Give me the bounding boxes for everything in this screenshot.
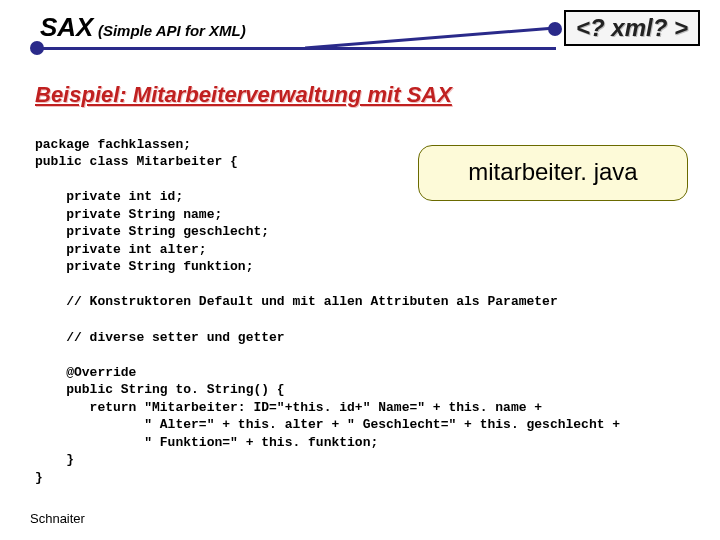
title-main: SAX [40, 12, 93, 42]
xml-badge: <? xml? > [564, 10, 700, 46]
code-line: private String geschlecht; [35, 224, 269, 239]
code-line: package fachklassen; [35, 137, 191, 152]
code-line: public String to. String() { [35, 382, 285, 397]
svg-line-0 [305, 28, 555, 48]
connector-line-icon [305, 8, 560, 50]
code-line: } [35, 470, 43, 485]
code-line: @Override [35, 365, 136, 380]
code-line: return "Mitarbeiter: ID="+this. id+" Nam… [35, 400, 542, 415]
title-sub: (Simple API for XML) [98, 22, 246, 39]
code-line: private String name; [35, 207, 222, 222]
line-dot-right-icon [548, 22, 562, 36]
code-line: private int alter; [35, 242, 207, 257]
code-line: " Alter=" + this. alter + " Geschlecht="… [35, 417, 620, 432]
code-line: public class Mitarbeiter { [35, 154, 238, 169]
footer-author: Schnaiter [30, 511, 85, 526]
code-line: private String funktion; [35, 259, 253, 274]
code-line: " Funktion=" + this. funktion; [35, 435, 378, 450]
code-line: private int id; [35, 189, 183, 204]
code-line: } [35, 452, 74, 467]
code-line: // diverse setter und getter [35, 330, 285, 345]
code-line: // Konstruktoren Default und mit allen A… [35, 294, 558, 309]
code-block: package fachklassen; public class Mitarb… [35, 118, 720, 486]
slide-subtitle: Beispiel: Mitarbeiterverwaltung mit SAX [35, 82, 720, 108]
